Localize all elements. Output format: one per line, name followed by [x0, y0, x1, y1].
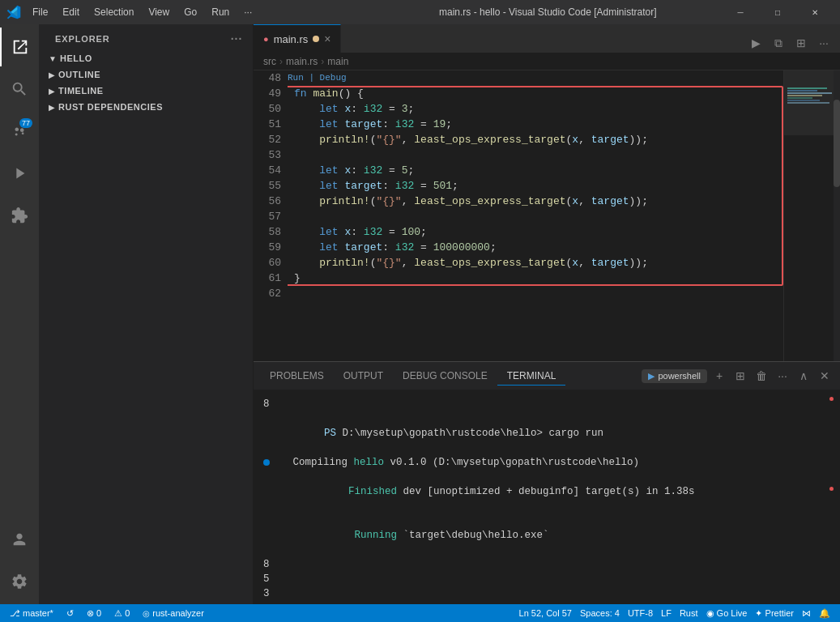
terminal-panel: PROBLEMS OUTPUT DEBUG CONSOLE TERMINAL ▶… [254, 361, 840, 604]
activity-account[interactable] [0, 520, 39, 559]
code-content[interactable]: Run | Debug fn main() { let x: i32 = 3; … [288, 70, 783, 361]
terminal-line-8: 3 [263, 586, 830, 601]
terminal-shell-selector[interactable]: ▶ powershell [642, 369, 707, 383]
menu-bar: File Edit Selection View Go Run ··· [26, 5, 374, 19]
maximize-button[interactable]: □ [759, 0, 796, 24]
status-bar: ⎇ master* ↺ ⊗ 0 ⚠ 0 ◎ rust-analyzer Ln 5… [0, 604, 840, 622]
run-debug-hint[interactable]: Run | Debug [288, 70, 347, 86]
editor-area: ● main.rs × ▶ ⧉ ⊞ ··· src › main.rs › ma… [254, 24, 840, 604]
status-errors[interactable]: ⊗ 0 [83, 604, 104, 622]
remote-icon: ⋈ [802, 608, 811, 619]
terminal-scroll-indicator-1 [829, 397, 834, 401]
code-line-58: let x: i32 = 100; [294, 224, 783, 240]
git-branch-icon: ⎇ [10, 608, 20, 619]
menu-selection[interactable]: Selection [87, 5, 140, 19]
status-line-ending[interactable]: LF [658, 604, 675, 622]
terminal-line-3: Compiling hello v0.1.0 (D:\mysetup\gopat… [263, 455, 830, 470]
status-notifications[interactable]: 🔔 [816, 604, 834, 622]
breadcrumb-file[interactable]: main.rs [286, 56, 318, 67]
shell-label: powershell [658, 371, 701, 381]
activity-explorer[interactable] [0, 28, 39, 66]
rs-file-icon: ● [263, 34, 269, 44]
activity-extensions[interactable] [0, 196, 39, 235]
bell-icon: 🔔 [819, 608, 830, 619]
minimize-button[interactable]: ─ [722, 0, 759, 24]
menu-run[interactable]: Run [205, 5, 236, 19]
compile-dot-1 [263, 459, 270, 466]
terminal-line-4: Finished dev [unoptimized + debuginfo] t… [263, 470, 830, 513]
chevron-right-icon: ▶ [49, 70, 55, 79]
source-control-badge: 77 [19, 118, 32, 128]
rust-analyzer-label: rust-analyzer [152, 608, 204, 618]
tab-terminal[interactable]: TERMINAL [497, 367, 566, 386]
menu-file[interactable]: File [26, 5, 54, 19]
status-sync[interactable]: ↺ [63, 604, 77, 622]
menu-go[interactable]: Go [177, 5, 203, 19]
code-line-54: let x: i32 = 5; [294, 163, 783, 178]
sidebar-item-outline[interactable]: ▶ OUTLINE [39, 66, 253, 83]
tab-filename: main.rs [274, 33, 309, 45]
breadcrumb: src › main.rs › main [254, 53, 840, 70]
terminal-content[interactable]: 8 PS D:\mysetup\gopath\rustcode\hello> c… [254, 390, 840, 604]
tab-modified-dot [313, 36, 319, 42]
delete-terminal-button[interactable]: 🗑 [753, 367, 770, 385]
status-rust-analyzer[interactable]: ◎ rust-analyzer [139, 604, 207, 622]
breadcrumb-src[interactable]: src [263, 56, 276, 67]
menu-edit[interactable]: Edit [56, 5, 86, 19]
layout-button[interactable]: ⊞ [791, 33, 811, 53]
sidebar-item-rust-dependencies[interactable]: ▶ RUST DEPENDENCIES [39, 99, 253, 115]
terminal-actions: ▶ powershell + ⊞ 🗑 ··· ∧ ✕ [642, 367, 834, 385]
minimap [783, 70, 840, 361]
sidebar-item-timeline[interactable]: ▶ TIMELINE [39, 83, 253, 99]
activity-bar: 77 [0, 24, 39, 604]
tab-problems[interactable]: PROBLEMS [260, 367, 334, 385]
tab-output[interactable]: OUTPUT [334, 367, 393, 385]
status-encoding[interactable]: UTF-8 [625, 604, 656, 622]
activity-source-control[interactable]: 77 [0, 112, 39, 151]
status-warnings[interactable]: ⚠ 0 [111, 604, 133, 622]
tab-more-button[interactable]: ··· [814, 33, 834, 53]
status-position[interactable]: Ln 52, Col 57 [516, 604, 575, 622]
sidebar: EXPLORER ··· ▼ HELLO ▶ OUTLINE ▶ TIMELIN… [39, 24, 254, 604]
status-remote[interactable]: ⋈ [799, 604, 814, 622]
editor-tab-main-rs[interactable]: ● main.rs × [254, 24, 341, 53]
titlebar: File Edit Selection View Go Run ··· main… [0, 0, 840, 24]
status-language[interactable]: Rust [676, 604, 701, 622]
close-button[interactable]: ✕ [796, 0, 834, 24]
code-line-62 [294, 286, 783, 301]
terminal-scroll-indicator-2 [829, 487, 834, 491]
maximize-panel-button[interactable]: ∧ [795, 367, 812, 385]
tab-close-button[interactable]: × [324, 32, 330, 45]
split-terminal-button[interactable]: ⊞ [731, 367, 749, 385]
warning-count: ⚠ 0 [114, 608, 130, 619]
tab-debug-console[interactable]: DEBUG CONSOLE [393, 367, 497, 385]
status-spaces[interactable]: Spaces: 4 [577, 604, 623, 622]
status-branch[interactable]: ⎇ master* [6, 604, 57, 622]
code-editor[interactable]: 48 49 50 51 52 53 54 55 56 57 58 59 60 6… [254, 70, 840, 361]
sidebar-more-button[interactable]: ··· [230, 32, 243, 45]
chevron-down-icon: ▼ [49, 54, 57, 63]
chevron-right-icon: ▶ [49, 87, 55, 96]
split-editor-button[interactable]: ⧉ [769, 33, 788, 53]
menu-view[interactable]: View [142, 5, 176, 19]
code-line-52: println!("{}", least_ops_express_target(… [294, 132, 783, 147]
activity-run-debug[interactable] [0, 154, 39, 193]
terminal-line-9 [263, 601, 830, 604]
close-panel-button[interactable]: ✕ [816, 367, 834, 385]
terminal-line-7: 5 [263, 572, 830, 586]
run-button[interactable]: ▶ [746, 33, 765, 53]
menu-more[interactable]: ··· [237, 5, 258, 19]
line-numbers: 48 49 50 51 52 53 54 55 56 57 58 59 60 6… [254, 70, 288, 361]
terminal-tab-bar: PROBLEMS OUTPUT DEBUG CONSOLE TERMINAL ▶… [254, 362, 840, 390]
terminal-more-button[interactable]: ··· [774, 367, 791, 385]
activity-settings[interactable] [0, 562, 39, 601]
activity-search[interactable] [0, 70, 39, 109]
terminal-line-6: 8 [263, 557, 830, 572]
status-prettier[interactable]: ✦ Prettier [752, 604, 797, 622]
new-terminal-button[interactable]: + [710, 367, 728, 385]
status-golive[interactable]: ◉ Go Live [703, 604, 751, 622]
tab-bar: ● main.rs × ▶ ⧉ ⊞ ··· [254, 24, 840, 53]
sidebar-item-hello[interactable]: ▼ HELLO [39, 50, 253, 66]
breadcrumb-symbol[interactable]: main [327, 56, 348, 67]
error-icon: ⊗ 0 [87, 608, 101, 619]
